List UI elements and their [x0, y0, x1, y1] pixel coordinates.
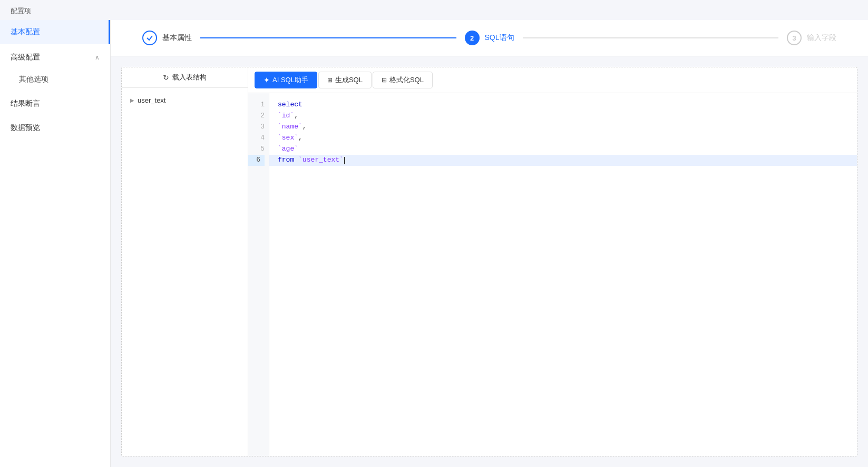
tree-item-label: user_text	[138, 96, 165, 104]
line-num-3: 3	[254, 122, 265, 133]
sidebar-item-other-options[interactable]: 其他选项	[0, 67, 110, 92]
app-container: 配置项 基本配置 高级配置 ∧ 其他选项 结果断言 数据预览	[0, 0, 868, 467]
main-layout: 基本配置 高级配置 ∧ 其他选项 结果断言 数据预览	[0, 20, 868, 467]
gen-sql-button[interactable]: ⊞ 生成SQL	[318, 72, 372, 88]
format-sql-button[interactable]: ⊟ 格式化SQL	[373, 72, 433, 88]
step-label-2: SQL语句	[485, 33, 514, 43]
line-num-2: 2	[254, 111, 265, 122]
sidebar: 基本配置 高级配置 ∧ 其他选项 结果断言 数据预览	[0, 20, 111, 467]
content-area: 基本属性 2 SQL语句 3 输入字段	[111, 20, 868, 467]
sidebar-item-advanced-config[interactable]: 高级配置 ∧	[0, 44, 110, 67]
line-num-6: 6	[248, 155, 265, 166]
sidebar-item-basic-config[interactable]: 基本配置	[0, 20, 110, 44]
step-circle-2: 2	[465, 31, 480, 45]
step-circle-1	[142, 31, 157, 45]
refresh-icon: ↻	[163, 73, 169, 82]
ai-icon: ✦	[264, 76, 270, 84]
sql-code-area[interactable]: select `id`, `name`, `sex`,	[269, 93, 857, 456]
editor-panel: ↻ 载入表结构 ▶ user_text	[121, 67, 857, 456]
code-line-4: `sex`,	[278, 133, 849, 144]
ai-sql-button[interactable]: ✦ AI SQL助手	[255, 72, 317, 88]
editor-area: ↻ 载入表结构 ▶ user_text	[111, 56, 868, 467]
step-connector-1	[200, 37, 456, 38]
sql-panel: ✦ AI SQL助手 ⊞ 生成SQL ⊟ 格式化SQL	[248, 67, 857, 456]
gen-sql-icon: ⊞	[327, 76, 333, 84]
step-label-3: 输入字段	[807, 33, 836, 43]
line-num-5: 5	[254, 144, 265, 155]
code-line-3: `name`,	[278, 122, 849, 133]
step-basic-attr: 基本属性	[142, 31, 192, 45]
step-circle-3: 3	[787, 31, 802, 45]
tree-panel: ↻ 载入表结构 ▶ user_text	[122, 67, 248, 456]
tree-content: ▶ user_text	[122, 88, 248, 456]
code-line-5: `age`	[278, 144, 849, 155]
code-line-6: from `user_text`	[269, 155, 857, 166]
format-sql-icon: ⊟	[382, 76, 387, 84]
chevron-up-icon: ∧	[95, 54, 100, 61]
step-label-1: 基本属性	[162, 33, 192, 43]
tree-expand-icon: ▶	[130, 97, 134, 103]
code-line-2: `id`,	[278, 111, 849, 122]
line-num-1: 1	[254, 100, 265, 111]
config-title: 配置项	[0, 0, 868, 20]
step-sql-sentence: 2 SQL语句	[465, 31, 514, 45]
line-numbers: 1 2 3 4 5 6	[248, 93, 269, 456]
step-input-fields: 3 输入字段	[787, 31, 836, 45]
step-connector-2	[523, 37, 779, 38]
tree-item-user-text[interactable]: ▶ user_text	[122, 93, 248, 107]
line-num-4: 4	[254, 133, 265, 144]
sidebar-item-result-assertion[interactable]: 结果断言	[0, 92, 110, 116]
load-structure-button[interactable]: ↻ 载入表结构	[122, 67, 248, 88]
stepper: 基本属性 2 SQL语句 3 输入字段	[111, 20, 868, 56]
sql-toolbar: ✦ AI SQL助手 ⊞ 生成SQL ⊟ 格式化SQL	[248, 67, 857, 93]
code-line-1: select	[278, 100, 849, 111]
sidebar-item-data-preview[interactable]: 数据预览	[0, 116, 110, 140]
sql-editor[interactable]: 1 2 3 4 5 6 select	[248, 93, 857, 456]
